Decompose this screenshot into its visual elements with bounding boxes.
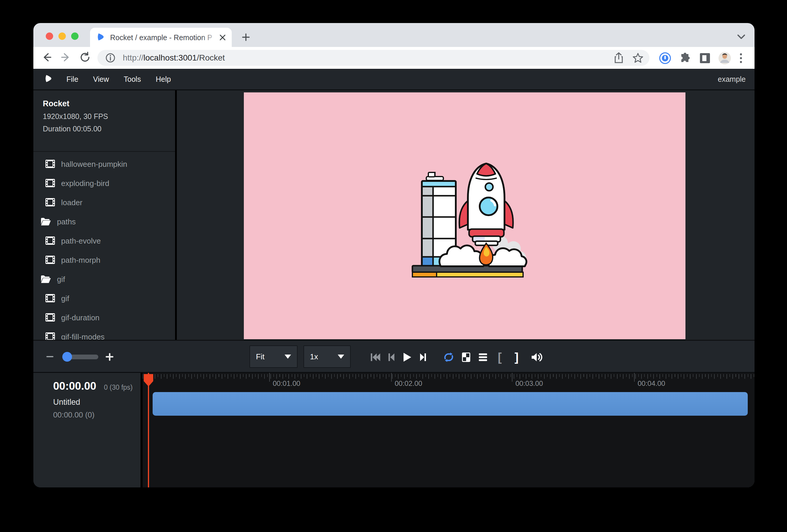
composition-label: loader: [61, 198, 82, 207]
url-text: http://localhost:3001/Rocket: [123, 53, 613, 63]
sidebar-composition-loader[interactable]: loader: [34, 193, 175, 212]
launch-platform: [412, 266, 523, 277]
folder-icon: [40, 217, 51, 227]
remotion-favicon-icon: [97, 33, 105, 43]
out-point-icon[interactable]: ]: [514, 351, 518, 363]
new-tab-button[interactable]: [241, 33, 250, 42]
timeline-tracks-icon[interactable]: [478, 353, 488, 362]
composition-label: halloween-pumpkin: [61, 160, 127, 169]
composition-resolution: 1920x1080, 30 FPS: [43, 112, 108, 121]
film-icon: [45, 255, 55, 265]
bookmark-star-icon[interactable]: [632, 52, 643, 63]
composition-label: paths: [57, 217, 76, 227]
loop-icon[interactable]: [443, 352, 454, 362]
project-name-label: example: [718, 75, 746, 84]
timeline-info-panel: 00:00.00 0 (30 fps) Untitled 00:00.00 (0…: [34, 373, 143, 487]
composition-label: path-evolve: [61, 236, 101, 246]
remotion-menubar: File View Tools Help example: [34, 69, 754, 90]
browser-toolbar: http://localhost:3001/Rocket: [34, 47, 754, 69]
sidebar-composition-exploding-bird[interactable]: exploding-bird: [34, 174, 175, 193]
composition-label: gif: [57, 275, 65, 284]
composition-label: path-morph: [61, 256, 100, 265]
composition-title: Rocket: [43, 99, 108, 108]
film-icon: [45, 178, 55, 189]
browser-window: Rocket / example - Remotion P http://loc…: [34, 23, 754, 487]
sidebar-extension-icon[interactable]: [699, 52, 711, 64]
browser-tab[interactable]: Rocket / example - Remotion P: [90, 28, 232, 47]
forward-icon[interactable]: [60, 51, 72, 63]
film-icon: [45, 159, 55, 169]
transport-controls: [ ]: [34, 341, 754, 372]
fullscreen-window-button[interactable]: [71, 33, 79, 40]
share-icon[interactable]: [613, 52, 624, 64]
track-name: Untitled: [53, 398, 141, 407]
previous-frame-icon[interactable]: [388, 353, 395, 362]
compositions-sidebar: Rocket 1920x1080, 30 FPS Duration 00:05.…: [34, 90, 177, 340]
film-icon: [45, 313, 55, 323]
profile-avatar[interactable]: [718, 52, 731, 65]
composition-info: Rocket 1920x1080, 30 FPS Duration 00:05.…: [43, 99, 108, 133]
composition-label: gif-fill-modes: [61, 333, 105, 340]
current-frame-display: 0 (30 fps): [104, 383, 132, 391]
reload-icon[interactable]: [79, 51, 91, 63]
url-bar[interactable]: http://localhost:3001/Rocket: [98, 50, 650, 66]
timeline-sequence-bar[interactable]: [153, 392, 748, 416]
rocket: [459, 164, 513, 245]
composition-label: gif: [61, 294, 69, 303]
extensions-puzzle-icon[interactable]: [679, 52, 692, 64]
film-icon: [45, 332, 55, 340]
composition-label: gif-duration: [61, 313, 100, 322]
menu-help[interactable]: Help: [155, 75, 171, 84]
playhead-line[interactable]: [148, 373, 149, 487]
minimize-window-button[interactable]: [59, 33, 66, 40]
search-tabs-chevron-icon[interactable]: [737, 34, 746, 40]
sidebar-folder-gif[interactable]: gif: [34, 270, 175, 289]
back-icon[interactable]: [41, 51, 52, 63]
onepassword-extension-icon[interactable]: [659, 52, 671, 64]
remotion-logo-icon[interactable]: [44, 74, 53, 84]
preview-area: [177, 90, 754, 340]
folder-icon: [40, 275, 51, 284]
sidebar-divider: [34, 151, 175, 152]
playhead-marker[interactable]: [143, 374, 154, 388]
current-time-display: 00:00.00: [53, 380, 96, 392]
film-icon: [45, 236, 55, 246]
close-window-button[interactable]: [46, 33, 53, 40]
composition-duration: Duration 00:05.00: [43, 125, 108, 133]
rocket-illustration: [410, 156, 543, 282]
timeline-track-area[interactable]: 00:01.00 00:02.00 00:03.00 00:04.00: [143, 373, 754, 487]
menu-view[interactable]: View: [93, 75, 109, 84]
tab-strip: Rocket / example - Remotion P: [34, 23, 754, 47]
sidebar-composition-gif-duration[interactable]: gif-duration: [34, 308, 175, 327]
site-info-icon[interactable]: [105, 52, 116, 63]
volume-icon[interactable]: [531, 352, 543, 363]
track-meta: 00:00.00 (0): [53, 410, 141, 420]
menu-tools[interactable]: Tools: [124, 75, 141, 84]
sidebar-composition-gif[interactable]: gif: [34, 289, 175, 308]
sidebar-composition-path-evolve[interactable]: path-evolve: [34, 231, 175, 251]
film-icon: [45, 294, 55, 304]
skip-to-start-icon[interactable]: [370, 353, 381, 362]
transparency-checkerboard-icon[interactable]: [461, 352, 471, 363]
video-canvas[interactable]: [244, 92, 685, 339]
composition-label: exploding-bird: [61, 179, 109, 188]
rocket-flame: [480, 243, 493, 265]
in-point-icon[interactable]: [: [498, 351, 502, 363]
timeline-panel: 00:00.00 0 (30 fps) Untitled 00:00.00 (0…: [34, 373, 754, 487]
next-frame-icon[interactable]: [420, 353, 427, 362]
close-tab-icon[interactable]: [219, 34, 227, 41]
menu-file[interactable]: File: [66, 75, 78, 84]
tab-title: Rocket / example - Remotion P: [110, 33, 219, 43]
play-icon[interactable]: [403, 352, 412, 362]
sidebar-composition-gif-fill-modes[interactable]: gif-fill-modes: [34, 327, 175, 340]
browser-menu-dots-icon[interactable]: [739, 52, 743, 64]
sidebar-composition-path-morph[interactable]: path-morph: [34, 251, 175, 270]
sidebar-folder-paths[interactable]: paths: [34, 212, 175, 231]
window-controls: [46, 33, 79, 40]
sidebar-composition-halloween-pumpkin[interactable]: halloween-pumpkin: [34, 155, 175, 174]
film-icon: [45, 198, 55, 208]
composition-list: halloween-pumpkinexploding-birdloaderpat…: [34, 155, 175, 340]
preview-toolbar: Fit 1x: [34, 340, 754, 373]
